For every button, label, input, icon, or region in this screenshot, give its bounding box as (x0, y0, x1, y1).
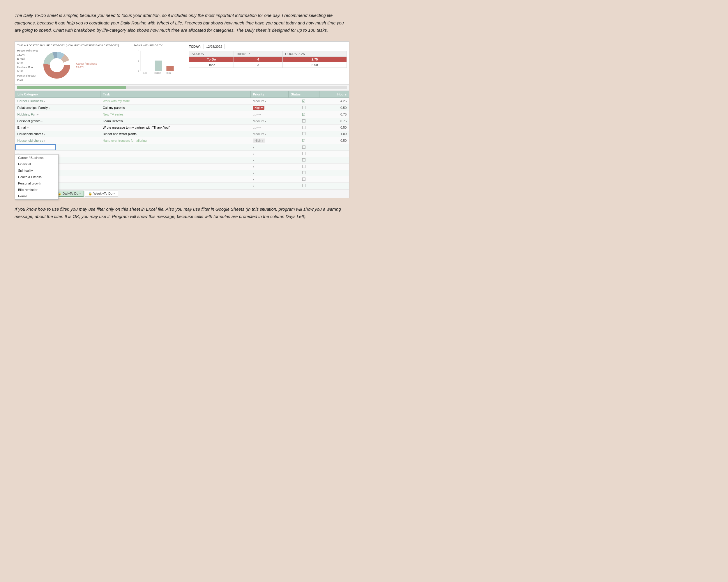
status-cell[interactable] (288, 105, 319, 111)
status-cell[interactable] (288, 163, 319, 170)
dd-item-health[interactable]: Health & Fitness (15, 174, 58, 180)
priority-cell[interactable]: Medium ▾ (251, 118, 288, 124)
col-priority: Priority (251, 91, 288, 98)
category-cell[interactable] (15, 144, 101, 150)
hours-cell (319, 150, 349, 157)
status-cell[interactable] (288, 118, 319, 124)
priority-cell[interactable]: ▾ (251, 144, 288, 150)
priority-cell[interactable]: Low ▾ (251, 111, 288, 118)
task-cell (101, 163, 251, 170)
priority-cell[interactable]: High ▾ (251, 137, 288, 144)
progress-bar-inner (17, 86, 126, 89)
status-table: STATUS TASKS: 7 HOURS: 8.25 To-Do 4 2.75… (189, 51, 347, 68)
table-row: ▾ ▾ (15, 157, 349, 163)
category-cell[interactable]: Household chores ▾ (15, 137, 101, 144)
today-label: TODAY: (189, 45, 201, 48)
status-cell[interactable] (288, 183, 319, 189)
status-cell[interactable] (288, 170, 319, 176)
dd-item-bills[interactable]: Bills reminder (15, 187, 58, 193)
career-legend: Career / Business51.5% (76, 62, 97, 68)
donut-svg (41, 49, 73, 81)
legend-hobbies: Hobbies, Fun (17, 65, 38, 69)
hours-cell: 0.75 (319, 111, 349, 118)
task-cell (101, 157, 251, 163)
task-cell (101, 183, 251, 189)
category-cell[interactable]: Household chores ▾ (15, 131, 101, 137)
donut-area: Household chores 18.2% E-mail 6.1% Hobbi… (17, 49, 128, 82)
status-cell[interactable]: ☑ (288, 111, 319, 118)
hours-cell (319, 163, 349, 170)
hours-col-header: HOURS: 8.25 (283, 51, 347, 56)
chevron-down-icon-weekly: ▾ (113, 192, 115, 195)
priority-cell[interactable]: ▾ (251, 163, 288, 170)
dd-item-personal-growth[interactable]: Personal growth (15, 180, 58, 187)
hours-cell (319, 157, 349, 163)
status-cell[interactable] (288, 144, 319, 150)
hours-cell (319, 183, 349, 189)
hours-cell: 0.50 (319, 137, 349, 144)
status-cell[interactable] (288, 150, 319, 157)
task-cell: Learn Hebrew (101, 118, 251, 124)
priority-cell[interactable]: Medium ▾ (251, 98, 288, 105)
todo-tasks: 4 (234, 56, 283, 62)
done-status: Done (189, 62, 234, 67)
tab-weekly[interactable]: 🔒 WeeklyTo-Do ▾ (85, 191, 118, 197)
category-cell[interactable]: Personal growth ▾ (15, 118, 101, 124)
priority-cell[interactable]: ▾ (251, 150, 288, 157)
task-cell (101, 150, 251, 157)
priority-cell[interactable]: Low ▾ (251, 124, 288, 131)
status-cell[interactable]: ☑ (288, 137, 319, 144)
category-dropdown[interactable]: Career / Business Financial Spirituality… (15, 154, 58, 200)
donut-chart-section: TIME ALLOCATED BY LIFE CATEGORY (HOW MUC… (17, 44, 128, 82)
priority-cell[interactable]: ▾ (251, 157, 288, 163)
status-cell[interactable] (288, 131, 319, 137)
table-header-row: Life Category Task Priority Status Hours (15, 91, 349, 98)
done-hours: 5.50 (283, 62, 347, 67)
priority-cell[interactable]: Medium ▾ (251, 131, 288, 137)
task-cell (101, 144, 251, 150)
dd-item-email[interactable]: E-mail (15, 193, 58, 199)
dd-item-career[interactable]: Career / Business (15, 155, 58, 161)
category-cell[interactable]: Relationships, Family ▾ (15, 105, 101, 111)
donut-legend: Household chores 18.2% E-mail 6.1% Hobbi… (17, 49, 38, 82)
status-cell[interactable] (288, 176, 319, 183)
status-cell[interactable] (288, 157, 319, 163)
progress-section (15, 85, 349, 91)
tab-daily[interactable]: 🔒 DailyTo-Do ▾ (54, 191, 84, 197)
today-date: 12/28/2022 (204, 44, 225, 49)
legend-household: Household chores (17, 49, 38, 53)
task-cell: Call my parents (101, 105, 251, 111)
hours-cell: 0.75 (319, 118, 349, 124)
category-cell[interactable]: Hobbies, Fun ▾ (15, 111, 101, 118)
priority-cell[interactable]: ▾ (251, 176, 288, 183)
legend-personal-growth-pct: 9.1% (17, 78, 38, 82)
table-row: ▾ ▾ (15, 163, 349, 170)
category-cell[interactable]: E-mail ▾ (15, 124, 101, 131)
svg-text:Low: Low (143, 72, 147, 74)
svg-rect-11 (166, 66, 174, 71)
progress-bar-outer (17, 86, 347, 89)
dd-item-spirituality[interactable]: Spirituality (15, 167, 58, 174)
legend-personal-growth: Personal growth (17, 74, 38, 78)
priority-cell[interactable]: ▾ (251, 170, 288, 176)
status-cell[interactable] (288, 124, 319, 131)
svg-text:0: 0 (138, 70, 139, 72)
col-hours: Hours (319, 91, 349, 98)
task-cell (101, 176, 251, 183)
task-cell: Hand over trousers for tailoring (101, 137, 251, 144)
chevron-down-icon-daily: ▾ (79, 192, 81, 195)
category-cell[interactable]: Career / Business ▾ (15, 98, 101, 105)
table-row: ▾ (15, 144, 349, 150)
category-input[interactable] (15, 144, 56, 150)
done-row: Done 3 5.50 (189, 62, 347, 67)
col-life-category: Life Category (15, 91, 101, 98)
task-cell: Wrote message to my partner with "Thank … (101, 124, 251, 131)
tasks-col-header: TASKS: 7 (234, 51, 283, 56)
intro-text: The Daily To-Do sheet is simpler, becaus… (6, 6, 355, 38)
dd-item-financial[interactable]: Financial (15, 161, 58, 167)
priority-cell[interactable]: High ▾ (251, 105, 288, 111)
lock-icon-weekly: 🔒 (88, 192, 92, 196)
status-cell[interactable]: ☑ (288, 98, 319, 105)
legend-household-pct: 18.2% (17, 53, 38, 57)
priority-cell[interactable]: ▾ (251, 183, 288, 189)
